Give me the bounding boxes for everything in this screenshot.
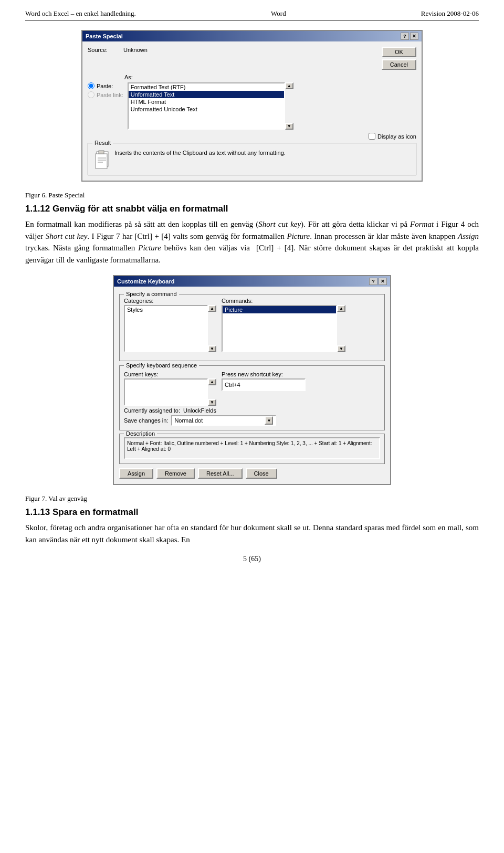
figure7-caption: Figur 7. Val av genväg xyxy=(25,494,479,503)
cmd-scrollbar: ▲ ▼ xyxy=(337,305,345,352)
list-item-2[interactable]: HTML Format xyxy=(129,98,284,106)
customize-kb-title: Customize Keyboard xyxy=(117,278,174,285)
assign-button[interactable]: Assign xyxy=(119,468,153,479)
cat-scroll-down[interactable]: ▼ xyxy=(208,345,216,352)
reset-all-button[interactable]: Reset All... xyxy=(198,468,243,479)
help-button[interactable]: ? xyxy=(401,33,409,40)
paste-radio-group: As: Paste: Paste link: xyxy=(88,74,293,130)
section-112-body: En formatmall kan modifieras på så sätt … xyxy=(25,218,479,266)
cat-scroll-up[interactable]: ▲ xyxy=(208,305,216,312)
currently-assigned-value: UnlockFields xyxy=(183,407,216,414)
cmd-scroll-down[interactable]: ▼ xyxy=(337,345,345,352)
press-new-col: Press new shortcut key: Ctrl+4 xyxy=(222,371,306,406)
current-keys-input[interactable] xyxy=(124,378,208,406)
section-113-heading: 1.1.13 Spara en formatmall xyxy=(25,507,479,518)
close-button-kb[interactable]: Close xyxy=(246,468,277,479)
save-changes-row: Save changes in: Normal.dot ▼ xyxy=(124,415,380,426)
scroll-down-arrow[interactable]: ▼ xyxy=(285,123,293,130)
paste-special-body: Source: Unknown OK Cancel As: xyxy=(82,41,422,181)
paste-link-radio[interactable]: Paste link: xyxy=(88,91,123,98)
paste-special-dialog: Paste Special ? ✕ Source: Unknown OK Can… xyxy=(81,30,423,182)
categories-item-0[interactable]: Styles xyxy=(125,306,207,313)
paste-link-radio-input xyxy=(88,91,94,98)
result-content: Inserts the contents of the Clipboard as… xyxy=(92,150,412,171)
paste-radio[interactable]: Paste: xyxy=(88,82,123,89)
page-footer: 5 (65) xyxy=(25,555,479,563)
currently-assigned-label: Currently assigned to: xyxy=(124,407,180,414)
as-listbox-container: Formatted Text (RTF) Unformatted Text HT… xyxy=(128,82,293,130)
close-button[interactable]: ✕ xyxy=(410,33,418,40)
page-number: 5 (65) xyxy=(243,555,261,563)
description-text: Normal + Font: Italic, Outline numbered … xyxy=(124,437,380,459)
paste-radio-label: Paste: xyxy=(97,83,113,89)
kbd-sequence-group: Specify keyboard sequence Current keys: … xyxy=(119,365,385,430)
section-113-p1: Skolor, företag och andra organisationer… xyxy=(25,522,479,545)
document-header: Word och Excel – en enkel handledning. W… xyxy=(25,9,479,20)
kbd-inputs-row: Current keys: ▲ ▼ Press new shortcut key… xyxy=(124,371,380,406)
categories-col: Categories: Styles ▲ ▼ xyxy=(124,298,216,352)
save-changes-value: Normal.dot xyxy=(174,417,203,424)
commands-item-0[interactable]: Picture xyxy=(223,306,336,313)
kbd-sequence-label: Specify keyboard sequence xyxy=(124,362,199,368)
as-listbox[interactable]: Formatted Text (RTF) Unformatted Text HT… xyxy=(128,82,285,130)
source-value: Unknown xyxy=(123,47,148,53)
list-item-3[interactable]: Unformatted Unicode Text xyxy=(129,106,284,113)
paste-options-row: As: Paste: Paste link: xyxy=(88,74,416,130)
customize-help-button[interactable]: ? xyxy=(369,278,377,285)
current-scroll-up[interactable]: ▲ xyxy=(208,378,216,385)
commands-listbox[interactable]: Picture xyxy=(222,305,337,352)
titlebar-controls: ? ✕ xyxy=(401,33,418,40)
commands-listbox-container: Picture ▲ ▼ xyxy=(222,305,345,352)
paste-special-titlebar: Paste Special ? ✕ xyxy=(82,31,422,41)
listbox-scrollbar: ▲ ▼ xyxy=(285,82,293,130)
current-keys-col: Current keys: ▲ ▼ xyxy=(124,371,216,406)
current-keys-container: ▲ ▼ xyxy=(124,378,216,406)
save-dropdown-arrow[interactable]: ▼ xyxy=(265,416,273,425)
specify-cmd-content: Categories: Styles ▲ ▼ Commands: xyxy=(124,298,380,352)
customize-kb-titlebar: Customize Keyboard ? ✕ xyxy=(114,276,390,287)
description-group: Description Normal + Font: Italic, Outli… xyxy=(119,434,385,464)
result-label: Result xyxy=(92,140,113,146)
cancel-button[interactable]: Cancel xyxy=(382,59,416,70)
categories-listbox[interactable]: Styles xyxy=(124,305,208,352)
clipboard-icon xyxy=(92,150,111,171)
ok-button[interactable]: OK xyxy=(382,47,416,57)
list-item-0[interactable]: Formatted Text (RTF) xyxy=(129,83,284,91)
display-as-icon-label: Display as icon xyxy=(377,133,416,140)
source-row: Source: Unknown OK Cancel xyxy=(88,47,416,70)
section-112-p1: En formatmall kan modifieras på så sätt … xyxy=(25,218,479,266)
cat-scrollbar: ▲ ▼ xyxy=(208,305,216,352)
svg-rect-1 xyxy=(96,154,107,169)
display-as-icon-checkbox[interactable]: Display as icon xyxy=(369,133,416,140)
result-group: Result Inserts the contents of the Clipb… xyxy=(88,143,416,175)
section-112-heading: 1.1.12 Genväg för att snabbt välja en fo… xyxy=(25,204,479,214)
svg-rect-2 xyxy=(99,151,104,154)
cmd-scroll-up[interactable]: ▲ xyxy=(337,305,345,312)
figure-paste-special: Paste Special ? ✕ Source: Unknown OK Can… xyxy=(81,30,423,182)
customize-kb-dialog: Customize Keyboard ? ✕ Specify a command… xyxy=(113,275,391,485)
categories-listbox-container: Styles ▲ ▼ xyxy=(124,305,216,352)
source-label: Source: xyxy=(88,47,119,53)
header-right: Revision 2008-02-06 xyxy=(421,9,479,18)
press-new-input[interactable]: Ctrl+4 xyxy=(222,378,306,391)
assign-row: Assign Remove Reset All... Close xyxy=(119,468,385,479)
remove-button[interactable]: Remove xyxy=(156,468,195,479)
customize-close-x[interactable]: ✕ xyxy=(379,278,387,285)
current-scrollbar: ▲ ▼ xyxy=(208,378,216,406)
paste-radio-options: Paste: Paste link: xyxy=(88,82,123,98)
commands-label: Commands: xyxy=(222,298,345,304)
save-changes-select[interactable]: Normal.dot ▼ xyxy=(171,415,276,426)
display-icon-row: Display as icon xyxy=(88,133,416,140)
customize-kb-controls: ? ✕ xyxy=(369,278,387,285)
radio-and-list: Paste: Paste link: Formatted Text (RTF) … xyxy=(88,82,293,130)
paste-radio-input[interactable] xyxy=(88,82,94,89)
scroll-up-arrow[interactable]: ▲ xyxy=(285,82,293,89)
header-left: Word och Excel – en enkel handledning. xyxy=(25,9,136,18)
as-label-container: As: xyxy=(88,74,293,80)
as-label: As: xyxy=(124,74,133,80)
current-scroll-down[interactable]: ▼ xyxy=(208,399,216,406)
list-item-1[interactable]: Unformatted Text xyxy=(129,91,284,98)
display-as-icon-input[interactable] xyxy=(369,133,375,140)
result-text: Inserts the contents of the Clipboard as… xyxy=(114,150,286,156)
figure6-caption: Figur 6. Paste Special xyxy=(25,191,479,199)
